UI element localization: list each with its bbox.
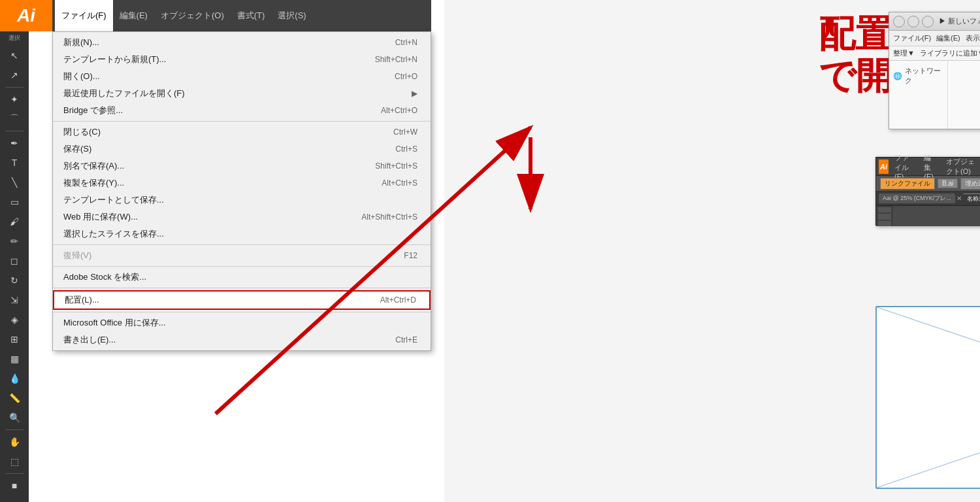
toolbar-gradient-icon[interactable]: ▦ — [4, 350, 25, 368]
toolbar-fill-icon[interactable]: ■ — [4, 477, 25, 495]
menu-revert: 復帰(V) F12 — [53, 247, 431, 264]
link-bai-btn[interactable]: B.ai — [938, 178, 958, 188]
explorer-menu-edit[interactable]: 編集(E) — [936, 33, 960, 43]
toolbar-rotate-icon[interactable]: ↻ — [4, 271, 25, 290]
win-max-btn[interactable] — [922, 16, 934, 27]
menu-items: ファイル(F) 編集(E) オブジェクト(O) 書式(T) 選択(S) — [52, 0, 313, 31]
link-embed-btn[interactable]: 埋め込み — [960, 178, 980, 190]
menu-select[interactable]: 選択(S) — [271, 0, 312, 31]
toolbar-eyedrop-icon[interactable]: 💧 — [4, 369, 25, 388]
link-file-btn[interactable]: リンクファイル — [880, 178, 935, 190]
menu-save[interactable]: 保存(S) Ctrl+S — [53, 141, 431, 158]
menu-save-copy[interactable]: 複製を保存(Y)... Alt+Ctrl+S — [53, 175, 431, 192]
bottom-menu-obj[interactable]: オブジェクト(O) — [943, 157, 978, 176]
network-icon: 🌐 — [893, 72, 902, 80]
ai-logo-bottom: Ai — [879, 159, 889, 174]
tab-untitled[interactable]: 名称未設定-2* @ 40.81% (CMYK/プレビュー) — [963, 193, 980, 204]
explorer-titlebar: ▶ 新しいフォルダー — [889, 12, 980, 31]
toolbar-measure-icon[interactable]: 📏 — [4, 389, 25, 407]
ai-bottom-bar: Ai ファイル(F) 編集(E) オブジェクト(O) 書式(T) 選択(S) 効… — [876, 158, 980, 176]
win-min-btn[interactable] — [907, 16, 919, 27]
tab-aai[interactable]: Aai @ 25% (CMYK/プレ... — [879, 193, 955, 203]
explorer-main: AI Ai 入稿データA.ai — [948, 61, 980, 129]
menu-office[interactable]: Microsoft Office 用に保存... — [53, 314, 431, 331]
toolbar-lasso-icon[interactable]: ⌒ — [4, 110, 25, 128]
explorer-toolbar: ファイル(F) 編集(E) 表示(V) ツール(T) ヘル — [889, 31, 980, 46]
explorer-menu-view[interactable]: 表示(V) — [966, 33, 980, 43]
toolbar-divider-1 — [5, 87, 24, 88]
explorer-content: 🌐 ネットワーク AI Ai 入稿データA.ai — [889, 61, 980, 129]
toolbar-hand-icon[interactable]: ✋ — [4, 433, 25, 451]
toolbar-magic-icon[interactable]: ✦ — [4, 90, 25, 109]
canvas-row — [876, 206, 980, 226]
toolbar-line-icon[interactable]: ╲ — [4, 173, 25, 192]
mini-tool-3[interactable] — [878, 221, 891, 226]
menubar: Ai ファイル(F) 編集(E) オブジェクト(O) 書式(T) 選択(S) — [0, 0, 431, 31]
menu-object[interactable]: オブジェクト(O) — [154, 0, 231, 31]
ai-logo: Ai — [0, 0, 52, 31]
toolbar-pencil-icon[interactable]: ✏ — [4, 232, 25, 250]
toolbar-zoom-icon[interactable]: 🔍 — [4, 409, 25, 427]
dropdown-section-4: Adobe Stock を検索... — [53, 267, 431, 288]
menu-text[interactable]: 書式(T) — [231, 0, 272, 31]
menu-new-template[interactable]: テンプレートから新規(T)... Shift+Ctrl+N — [53, 51, 431, 68]
toolbar-select-label: 選択 — [8, 34, 20, 42]
bottom-content: AI Ai Ai ファイル + PDF — [877, 307, 980, 488]
toolbar-direct-icon[interactable]: ↗ — [4, 66, 25, 84]
toolbar-eraser-icon[interactable]: ◻ — [4, 252, 25, 270]
explorer-menu-file[interactable]: ファイル(F) — [893, 33, 931, 43]
file-dropdown: 新規(N)... Ctrl+N テンプレートから新規(T)... Shift+C… — [52, 31, 431, 351]
menu-open[interactable]: 開く(O)... Ctrl+O — [53, 68, 431, 85]
explorer-path: ▶ 新しいフォルダー — [939, 16, 980, 26]
menu-place[interactable]: 配置(L)... Alt+Ctrl+D — [53, 290, 431, 310]
bottom-illustration: AI Ai Ai ファイル + PDF — [875, 306, 980, 489]
ai-link-bar: リンクファイル B.ai 埋め込み オリジナルを編集 画像トレース ▼ マスク … — [876, 176, 980, 192]
toolbar-pen-icon[interactable]: ✒ — [4, 134, 25, 152]
menu-save-web[interactable]: Web 用に保存(W)... Alt+Shift+Ctrl+S — [53, 209, 431, 226]
menu-bridge[interactable]: Bridge で参照... Alt+Ctrl+O — [53, 102, 431, 119]
ai-bottom-window: Ai ファイル(F) 編集(E) オブジェクト(O) 書式(T) 選択(S) 効… — [875, 157, 980, 226]
canvas-area — [893, 206, 980, 226]
toolbar-type-icon[interactable]: T — [4, 154, 25, 172]
bottom-menu-edit[interactable]: 編集(E) — [921, 153, 940, 180]
mini-tool-1[interactable] — [878, 207, 891, 212]
tab-close-1[interactable]: ✕ — [956, 195, 962, 202]
illustrator-app: Ai ファイル(F) 編集(E) オブジェクト(O) 書式(T) 選択(S) 選… — [0, 0, 431, 502]
menu-save-slices[interactable]: 選択したスライスを保存... — [53, 226, 431, 243]
explorer-sidebar: 🌐 ネットワーク — [889, 61, 948, 129]
toolbar-arrow-icon[interactable]: ↖ — [4, 46, 25, 65]
dropdown-section-5: 配置(L)... Alt+Ctrl+D — [53, 288, 431, 312]
menu-recent[interactable]: 最近使用したファイルを開く(F) ▶ — [53, 85, 431, 102]
toolbar: 選択 ↖ ↗ ✦ ⌒ ✒ T ╲ ▭ 🖌 ✏ ◻ ↻ ⇲ ◈ ⊞ ▦ 💧 📏 🔍… — [0, 31, 29, 502]
explorer-window: ▶ 新しいフォルダー ファイル(F) 編集(E) 表示(V) ツール(T) ヘル… — [889, 12, 980, 129]
menu-save-as[interactable]: 別名で保存(A)... Shift+Ctrl+S — [53, 158, 431, 175]
right-panel: 配置状態 で開ける ▶ 新しいフォルダー ファイル(F) 編集(E) 表示(V)… — [444, 0, 980, 502]
toolbar-artboard-icon[interactable]: ⬚ — [4, 452, 25, 471]
ai-tools-mini — [876, 206, 893, 226]
dropdown-section-3: 復帰(V) F12 — [53, 245, 431, 267]
menu-close[interactable]: 閉じる(C) Ctrl+W — [53, 124, 431, 141]
toolbar-mesh-icon[interactable]: ⊞ — [4, 330, 25, 348]
toolbar-divider-2 — [5, 131, 24, 131]
menu-adobe-stock[interactable]: Adobe Stock を検索... — [53, 269, 431, 286]
menu-save-template[interactable]: テンプレートとして保存... — [53, 192, 431, 209]
menu-export[interactable]: 書き出し(E)... Ctrl+E — [53, 331, 431, 348]
menu-file[interactable]: ファイル(F) — [55, 0, 113, 31]
bottom-menu-file[interactable]: ファイル(F) — [891, 153, 918, 180]
menu-new[interactable]: 新規(N)... Ctrl+N — [53, 34, 431, 51]
explorer-breadcrumb: 整理▼ ライブラリに追加▼ 共有▼ 新 — [889, 46, 980, 61]
dropdown-section-6: Microsoft Office 用に保存... 書き出し(E)... Ctrl… — [53, 312, 431, 350]
toolbar-rect-icon[interactable]: ▭ — [4, 193, 25, 211]
dropdown-section-1: 新規(N)... Ctrl+N テンプレートから新規(T)... Shift+C… — [53, 32, 431, 122]
toolbar-brush-icon[interactable]: 🖌 — [4, 212, 25, 231]
toolbar-scale-icon[interactable]: ⇲ — [4, 291, 25, 309]
explorer-organize[interactable]: 整理▼ — [893, 48, 915, 58]
toolbar-divider-4 — [5, 473, 24, 474]
toolbar-blend-icon[interactable]: ◈ — [4, 310, 25, 329]
win-close-btn[interactable] — [893, 16, 905, 27]
explorer-library[interactable]: ライブラリに追加▼ — [920, 48, 980, 58]
ai-tabs-bar: Aai @ 25% (CMYK/プレ... ✕ 名称未設定-2* @ 40.81… — [876, 192, 980, 206]
mini-tool-2[interactable] — [878, 214, 891, 219]
explorer-network-item[interactable]: 🌐 ネットワーク — [893, 65, 943, 87]
menu-edit[interactable]: 編集(E) — [113, 0, 154, 31]
